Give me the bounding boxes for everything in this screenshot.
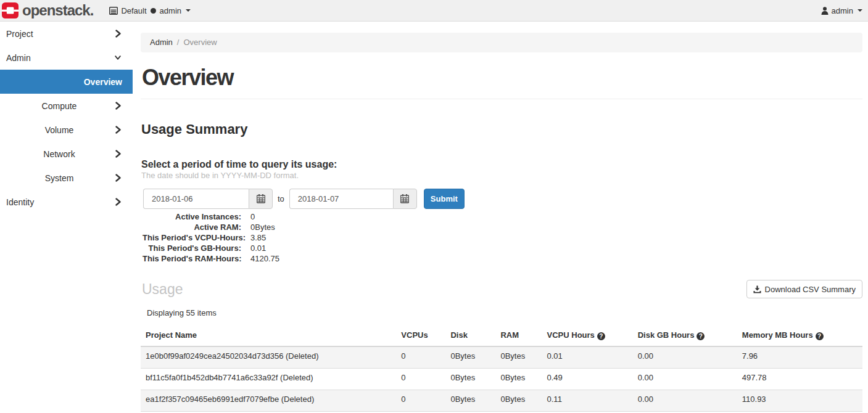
cell-project-name: 1e0b0f99af0249cea24502034d73d356 (Delete… [141, 346, 396, 369]
cell-project-name: ea1f2f357c09465eb6991edf7079efbe (Delete… [141, 390, 396, 412]
cell-ram: 0Bytes [495, 390, 542, 412]
date-to-input[interactable] [289, 189, 393, 209]
help-icon[interactable]: ? [816, 332, 824, 340]
help-icon[interactable]: ? [597, 332, 605, 340]
stat-value: 4120.75 [250, 253, 862, 264]
table-row: ea1f2f357c09465eb6991edf7079efbe (Delete… [141, 390, 862, 412]
sidebar-item-label: Project [0, 29, 115, 39]
cell-vcpu-hours: 0.01 [542, 346, 633, 369]
download-csv-button[interactable]: Download CSV Summary [746, 280, 862, 298]
usage-stats: Active Instances: 0 Active RAM: 0Bytes T… [143, 211, 862, 264]
openstack-logo-icon [2, 2, 19, 18]
cell-vcpu-hours: 0.49 [542, 369, 633, 390]
usage-summary-heading: Usage Summary [141, 121, 862, 137]
submit-button[interactable]: Submit [424, 189, 465, 209]
date-from-input[interactable] [143, 189, 249, 209]
sidebar-item-label: System [0, 173, 115, 183]
stat-label: This Period's RAM-Hours: [143, 253, 241, 264]
title-divider [141, 99, 862, 99]
date-form-hint: The date should be in YYYY-MM-DD format. [141, 170, 862, 181]
context-switcher[interactable]: Default admin [109, 6, 191, 15]
chevron-right-icon [115, 30, 121, 38]
user-name: admin [832, 6, 853, 15]
breadcrumb: Admin / Overview [141, 33, 862, 52]
stat-row: This Period's RAM-Hours: 4120.75 [143, 253, 862, 264]
cell-vcpus: 0 [396, 390, 445, 412]
openstack-wordmark: openstack. [22, 2, 93, 18]
stat-label: Active RAM: [143, 222, 241, 232]
cell-memory-mb-hours: 110.93 [737, 390, 862, 412]
column-header[interactable]: VCPU Hours? [542, 325, 633, 346]
sidebar-nav: Project Admin Overview [0, 22, 133, 214]
stat-value: 0 [250, 211, 862, 222]
breadcrumb-admin[interactable]: Admin [150, 37, 173, 48]
cell-ram: 0Bytes [495, 369, 542, 390]
stat-row: Active Instances: 0 [143, 211, 862, 222]
chevron-down-icon [186, 9, 191, 12]
sidebar-item-label: Identity [0, 197, 115, 207]
column-header[interactable]: Disk? [445, 325, 495, 346]
sidebar-item-label: Network [0, 149, 115, 159]
usage-table: Project Name? VCPUs? Disk? RAM? VCPU Hou… [141, 325, 862, 413]
items-count: Displaying 55 items [147, 308, 862, 319]
sidebar-item-label: Admin [0, 53, 115, 63]
calendar-icon [257, 194, 265, 203]
breadcrumb-separator: / [173, 37, 184, 48]
sidebar-item[interactable]: Network [0, 142, 133, 166]
stat-row: This Period's VCPU-Hours: 3.85 [143, 232, 862, 243]
cell-disk: 0Bytes [445, 369, 495, 390]
cell-disk: 0Bytes [445, 346, 495, 369]
cell-disk-gb-hours: 0.00 [633, 390, 737, 412]
usage-section-header: Usage Download CSV Summary [141, 280, 862, 298]
sidebar-item[interactable]: Compute [0, 94, 133, 118]
to-label: to [278, 194, 284, 203]
date-form-prompt: Select a period of time to query its usa… [141, 158, 862, 170]
usage-heading: Usage [142, 281, 183, 297]
date-to-calendar-addon[interactable] [393, 189, 417, 209]
help-icon[interactable]: ? [696, 332, 705, 340]
sidebar-item-label: Overview [0, 77, 122, 87]
sidebar-item[interactable]: Volume [0, 118, 133, 142]
stat-value: 0.01 [250, 243, 862, 253]
sidebar-item[interactable]: System [0, 166, 133, 190]
openstack-brand[interactable]: openstack. [2, 2, 93, 18]
stat-value: 3.85 [250, 232, 862, 243]
date-from-calendar-addon[interactable] [249, 189, 273, 209]
usage-table-head: Project Name? VCPUs? Disk? RAM? VCPU Hou… [141, 325, 862, 346]
sidebar-item[interactable]: Admin [0, 46, 133, 70]
chevron-right-icon [115, 102, 121, 110]
stat-label: This Period's VCPU-Hours: [143, 232, 241, 243]
column-header[interactable]: Disk GB Hours? [633, 325, 737, 346]
cell-disk-gb-hours: 0.00 [633, 369, 737, 390]
chevron-down-icon [858, 9, 862, 12]
project-name: admin [160, 6, 181, 15]
stat-label: Active Instances: [143, 211, 241, 222]
column-header[interactable]: RAM? [495, 325, 542, 346]
stat-row: This Period's GB-Hours: 0.01 [143, 243, 862, 253]
date-range-form: to Submit [143, 189, 862, 209]
sidebar-item[interactable]: Project [0, 22, 133, 46]
chevron-down-icon [115, 55, 121, 60]
user-menu[interactable]: admin [821, 6, 862, 15]
breadcrumb-overview: Overview [183, 37, 217, 48]
cell-memory-mb-hours: 7.96 [737, 346, 862, 369]
cell-memory-mb-hours: 497.78 [737, 369, 862, 390]
calendar-icon [400, 194, 409, 203]
context-separator-dot [151, 8, 156, 14]
sidebar-item-label: Volume [0, 125, 115, 135]
cell-project-name: bf11c5fa0f1b452db4b7741a6c33a92f (Delete… [141, 369, 396, 390]
sidebar-item[interactable]: Identity [0, 190, 133, 214]
column-header[interactable]: Project Name? [141, 325, 396, 346]
table-row: 1e0b0f99af0249cea24502034d73d356 (Delete… [141, 346, 862, 369]
chevron-right-icon [115, 126, 121, 134]
top-navbar: openstack. Default admin admin [0, 0, 868, 22]
chevron-right-icon [115, 150, 121, 158]
cell-disk-gb-hours: 0.00 [633, 346, 737, 369]
stat-label: This Period's GB-Hours: [143, 243, 241, 253]
sidebar-item[interactable]: Overview [0, 70, 133, 94]
chevron-right-icon [115, 174, 121, 182]
column-header[interactable]: VCPUs? [396, 325, 445, 346]
column-header[interactable]: Memory MB Hours? [737, 325, 862, 346]
usage-table-body: 1e0b0f99af0249cea24502034d73d356 (Delete… [141, 346, 862, 413]
domain-icon [109, 7, 118, 15]
